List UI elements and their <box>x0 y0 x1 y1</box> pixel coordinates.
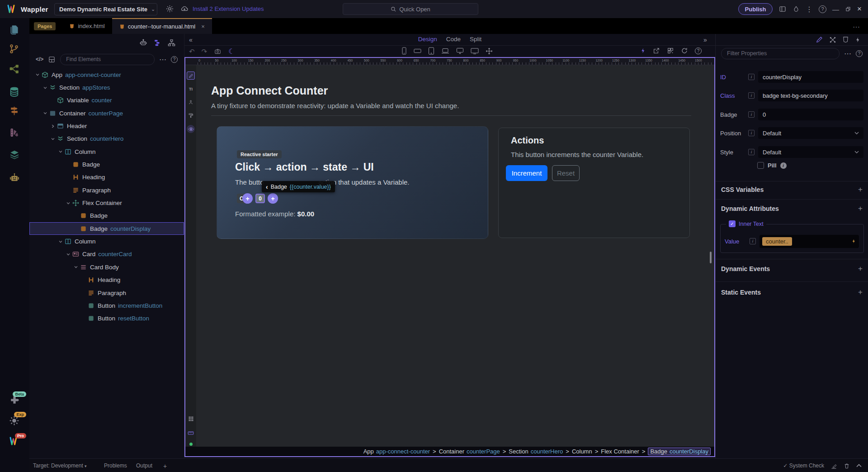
prop-id-input[interactable] <box>758 71 863 83</box>
text-tool-icon[interactable]: TI <box>187 85 195 93</box>
tree-item-column[interactable]: Column <box>29 235 184 248</box>
prop-style-select[interactable]: Default <box>758 146 863 158</box>
tree-item-heading[interactable]: Heading <box>29 171 184 184</box>
updates-cloud-icon[interactable] <box>180 5 189 13</box>
tab-counter-tour-manual-html[interactable]: counter--tour-manual.html × <box>112 18 212 34</box>
qr-preview-icon[interactable] <box>667 47 674 54</box>
paint-tool-icon[interactable] <box>187 111 195 119</box>
code-view-icon[interactable]: </> <box>36 56 43 62</box>
design-help-icon[interactable]: ? <box>695 48 702 54</box>
breadcrumb-item-app-connect-counter[interactable]: Appapp-connect-counter <box>363 448 430 455</box>
rail-wappler-icon[interactable]: Pro <box>9 436 21 448</box>
tab-code[interactable]: Code <box>446 36 461 43</box>
theme-drop-icon[interactable] <box>793 5 800 13</box>
anchor-tool-icon[interactable] <box>187 98 195 106</box>
install-updates-link[interactable]: Install 2 Extension Updates <box>193 5 264 12</box>
props-more-icon[interactable]: ⋯ <box>844 49 851 58</box>
canvas-scrollbar[interactable] <box>710 252 712 263</box>
tree-item-counterpage[interactable]: ContainercounterPage <box>29 107 184 119</box>
binding-token[interactable]: counter.. <box>762 237 792 246</box>
screenshot-camera-icon[interactable] <box>214 48 222 55</box>
clean-eraser-icon[interactable] <box>830 462 837 469</box>
rail-git-icon[interactable] <box>9 43 21 55</box>
increment-button[interactable]: Increment <box>506 165 547 181</box>
section-static-events[interactable]: Static Events+ <box>721 286 863 299</box>
preview-eye-icon[interactable] <box>187 125 195 133</box>
hero-badge[interactable]: Reactive starter <box>237 150 282 158</box>
breadcrumb-item-flex-container[interactable]: Flex Container <box>601 448 639 455</box>
tab-close-icon[interactable]: × <box>201 23 205 30</box>
rail-nodes-icon[interactable] <box>9 63 21 76</box>
rail-pages-icon[interactable] <box>9 24 21 36</box>
section-dynamic-events[interactable]: Dynamic Events+ <box>721 262 863 275</box>
tree-item-heading[interactable]: Heading <box>29 274 184 286</box>
workflows-sitemap-icon[interactable] <box>167 38 176 47</box>
chevron-down-icon[interactable] <box>42 86 48 90</box>
app-structure-view-icon[interactable] <box>153 38 162 47</box>
section-dynamic-attributes[interactable]: Dynamic Attributes+ <box>721 202 863 215</box>
actions-card[interactable]: Actions This button increments the count… <box>498 128 690 238</box>
pill-checkbox[interactable] <box>757 162 764 169</box>
chevron-up-icon[interactable] <box>856 464 862 467</box>
tree-item-countercard[interactable]: CardcounterCard <box>29 248 184 261</box>
dynamic-data-bolt-icon[interactable] <box>640 47 646 54</box>
target-selector[interactable]: Target: Development ▾ <box>33 462 87 469</box>
design-canvas[interactable]: 0501001502002503003504004505005506006507… <box>184 57 715 457</box>
grid-toggle-icon[interactable] <box>187 415 195 423</box>
quick-open-search[interactable]: Quick Open <box>343 3 478 15</box>
output-button[interactable]: Output <box>136 462 152 469</box>
tree-item-header[interactable]: Header <box>29 119 184 132</box>
add-icon[interactable]: + <box>858 204 863 213</box>
chevron-down-icon[interactable] <box>72 265 79 269</box>
increment-fab-button[interactable]: + <box>268 193 278 204</box>
tree-item-counterhero[interactable]: SectioncounterHero <box>29 133 184 145</box>
window-restore-icon[interactable] <box>845 6 851 12</box>
section-css-variables[interactable]: CSS Variables+ <box>721 183 863 196</box>
fit-screen-icon[interactable] <box>486 48 493 55</box>
tree-item-paragraph[interactable]: Paragraph <box>29 184 184 196</box>
rail-gear-icon[interactable]: Exp <box>9 415 21 427</box>
ruler-toggle-icon[interactable] <box>187 429 195 437</box>
system-check-status[interactable]: ✓ System Check <box>783 462 824 469</box>
prop-class-input[interactable] <box>758 90 863 101</box>
trash-icon[interactable] <box>844 462 850 469</box>
add-target-button[interactable]: + <box>163 462 167 470</box>
chevron-down-icon[interactable] <box>65 252 71 257</box>
undo-icon[interactable]: ↶ <box>189 48 195 56</box>
add-icon[interactable]: + <box>858 264 863 273</box>
device-tablet-icon[interactable] <box>428 47 434 55</box>
layout-columns-icon[interactable] <box>778 5 787 13</box>
tree-item-app-connect-counter[interactable]: Appapp-connect-counter <box>29 68 184 81</box>
tree-item-counterdisplay[interactable]: BadgecounterDisplay <box>29 222 184 235</box>
edit-properties-icon[interactable] <box>816 36 823 43</box>
props-help-icon[interactable]: ? <box>856 50 863 57</box>
reset-button[interactable]: Reset <box>552 165 580 181</box>
tab-overflow-icon[interactable]: ⋯ <box>853 23 861 31</box>
breadcrumb-item-counterpage[interactable]: ContainercounterPage <box>439 448 500 455</box>
kebab-menu-icon[interactable]: ⋮ <box>806 5 813 14</box>
tree-item-badge[interactable]: Badge <box>29 210 184 222</box>
counter-value-badge[interactable]: 0 <box>255 194 265 203</box>
hero-card[interactable]: Reactive starter Click → action → state … <box>217 126 488 239</box>
tree-item-card-body[interactable]: Card Body <box>29 261 184 273</box>
prop-badge-input[interactable] <box>758 109 863 120</box>
device-laptop-icon[interactable] <box>441 48 449 54</box>
device-phone-landscape-icon[interactable] <box>414 48 421 54</box>
cut-tool-icon[interactable] <box>829 36 836 43</box>
problems-button[interactable]: Problems <box>104 462 127 469</box>
rail-database-icon[interactable] <box>9 86 21 98</box>
device-tv-icon[interactable] <box>471 48 479 54</box>
redo-icon[interactable]: ↷ <box>202 48 208 56</box>
rail-ai-icon[interactable] <box>9 172 21 184</box>
dark-mode-moon-icon[interactable]: ☾ <box>228 47 235 56</box>
tree-item-appstores[interactable]: SectionappStores <box>29 81 184 94</box>
binding-bolt-icon[interactable] <box>851 238 856 244</box>
tree-item-paragraph[interactable]: Paragraph <box>29 286 184 299</box>
find-elements-input[interactable] <box>60 54 155 65</box>
chevron-down-icon[interactable] <box>57 149 64 154</box>
rail-layers-icon[interactable] <box>9 149 21 161</box>
tree-item-counter[interactable]: Variablecounter <box>29 94 184 107</box>
chevron-down-icon[interactable] <box>65 201 71 205</box>
add-icon[interactable]: + <box>858 288 863 297</box>
device-desktop-icon[interactable] <box>456 48 464 54</box>
